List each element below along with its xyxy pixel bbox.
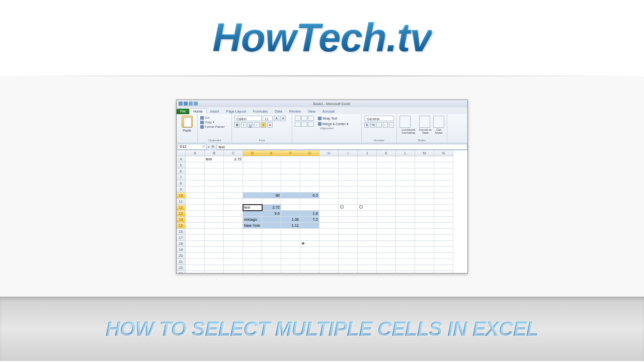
cell-N5[interactable] (434, 162, 453, 168)
cell-E19[interactable] (262, 247, 281, 253)
cell-L7[interactable] (396, 174, 415, 180)
cell-H10[interactable] (319, 193, 339, 199)
cell-J4[interactable] (358, 156, 377, 162)
number-format-select[interactable]: General (364, 116, 394, 121)
row-header-17[interactable]: 17 (177, 235, 186, 241)
alignment-buttons[interactable] (295, 116, 314, 127)
cell-D16[interactable] (243, 229, 262, 235)
cell-B15[interactable] (205, 223, 224, 229)
font-size-select[interactable]: 11 (263, 116, 273, 121)
cell-E11[interactable] (262, 199, 281, 205)
cell-C4[interactable]: 2.72 (224, 156, 243, 162)
cell-E7[interactable] (262, 174, 281, 180)
cell-C20[interactable] (224, 253, 243, 259)
cell-J14[interactable] (358, 217, 377, 223)
cell-E21[interactable] (262, 259, 281, 265)
cell-A22[interactable] (186, 265, 205, 271)
cell-N14[interactable] (434, 217, 453, 223)
cell-E20[interactable] (262, 253, 281, 259)
cell-N17[interactable] (434, 235, 453, 241)
cell-C9[interactable] (224, 187, 243, 193)
cell-styles-button[interactable]: Cell Styles (433, 116, 444, 134)
col-header-B[interactable]: B (205, 150, 224, 156)
cell-G13[interactable]: 1.8 (300, 211, 319, 217)
cell-K12[interactable] (377, 205, 396, 211)
cell-J15[interactable] (358, 223, 377, 229)
cell-H14[interactable] (319, 217, 339, 223)
cell-K8[interactable] (377, 180, 396, 187)
cell-F23[interactable] (281, 271, 300, 273)
cell-I14[interactable] (339, 217, 358, 223)
cell-F14[interactable]: 1.06 (281, 217, 300, 223)
cell-D23[interactable] (243, 271, 262, 273)
row-header-5[interactable]: 5 (177, 162, 186, 168)
tab-page-layout[interactable]: Page Layout (222, 109, 249, 114)
cell-J9[interactable] (358, 187, 377, 193)
tab-acrobat[interactable]: Acrobat (319, 109, 338, 114)
cell-H18[interactable] (319, 241, 339, 247)
cell-H4[interactable] (319, 156, 339, 162)
cell-I9[interactable] (339, 187, 358, 193)
cell-N7[interactable] (434, 174, 453, 180)
cell-B13[interactable] (205, 211, 224, 217)
cell-B17[interactable] (205, 235, 224, 241)
tab-insert[interactable]: Insert (207, 109, 223, 114)
cell-L20[interactable] (396, 253, 415, 259)
row-header-7[interactable]: 7 (177, 174, 186, 180)
cell-A14[interactable] (186, 217, 205, 223)
cell-L23[interactable] (396, 271, 415, 273)
cell-G23[interactable] (300, 271, 319, 273)
copy-button[interactable]: Copy ▾ (200, 120, 229, 125)
tab-file[interactable]: File (177, 109, 189, 114)
cell-J23[interactable] (358, 271, 377, 273)
cell-C14[interactable] (224, 217, 243, 223)
cell-F17[interactable] (281, 235, 300, 241)
cell-J7[interactable] (358, 174, 377, 180)
cell-L10[interactable] (396, 193, 415, 199)
cell-A20[interactable] (186, 253, 205, 259)
cell-C16[interactable] (224, 229, 243, 235)
cell-H17[interactable] (319, 235, 339, 241)
cell-I17[interactable] (339, 235, 358, 241)
shrink-font-icon[interactable]: A (280, 116, 286, 121)
cell-C11[interactable] (224, 199, 243, 205)
cell-I22[interactable] (339, 265, 358, 271)
cell-H19[interactable] (319, 247, 339, 253)
col-header-F[interactable]: F (281, 150, 300, 156)
cell-M22[interactable] (415, 265, 434, 271)
col-header-H[interactable]: H (319, 150, 339, 156)
row-header-11[interactable]: 11 (177, 199, 186, 205)
cell-C6[interactable] (224, 168, 243, 174)
col-header-G[interactable]: G (300, 150, 319, 156)
cell-D9[interactable] (243, 187, 262, 193)
col-header-I[interactable]: I (339, 150, 358, 156)
cell-I16[interactable] (339, 229, 358, 235)
formula-input[interactable]: text (216, 144, 467, 150)
cell-D15[interactable]: New York (243, 223, 262, 229)
cell-M4[interactable] (415, 156, 434, 162)
cell-M5[interactable] (415, 162, 434, 168)
tab-formulas[interactable]: Formulas (250, 109, 271, 114)
cell-E17[interactable] (262, 235, 281, 241)
cell-A9[interactable] (186, 187, 205, 193)
cell-G8[interactable] (300, 180, 319, 187)
name-box[interactable]: D12 (178, 144, 207, 150)
cell-I13[interactable] (339, 211, 358, 217)
cell-L14[interactable] (396, 217, 415, 223)
cell-E22[interactable] (262, 265, 281, 271)
cell-J21[interactable] (358, 259, 377, 265)
cell-J6[interactable] (358, 168, 377, 174)
decrease-decimal-icon[interactable]: → (389, 122, 394, 128)
cell-G4[interactable] (300, 156, 319, 162)
cell-B5[interactable] (205, 162, 224, 168)
cell-L22[interactable] (396, 265, 415, 271)
format-painter-button[interactable]: Format Painter (200, 125, 229, 129)
cell-C7[interactable] (224, 174, 243, 180)
cell-I20[interactable] (339, 253, 358, 259)
font-name-select[interactable]: Calibri (234, 116, 262, 121)
cell-F11[interactable] (281, 199, 300, 205)
col-header-N[interactable]: N (434, 150, 453, 156)
row-header-12[interactable]: 12 (177, 205, 186, 211)
font-color-button[interactable]: A (267, 122, 273, 128)
cell-M11[interactable] (415, 199, 434, 205)
